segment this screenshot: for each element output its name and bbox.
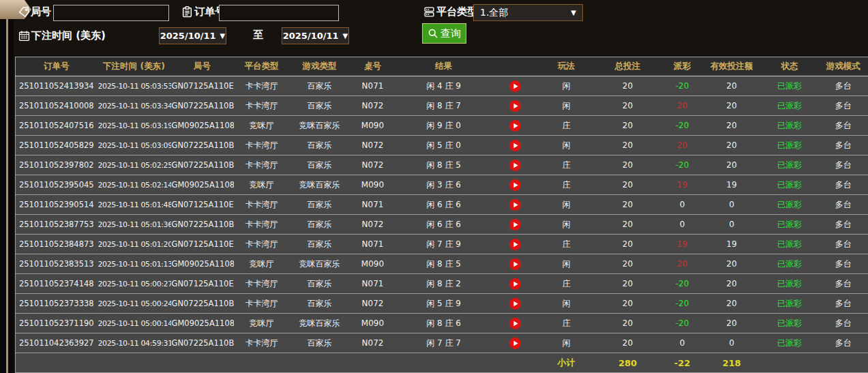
cell-round-no: GN07125A110EN — [171, 195, 234, 215]
cell-result: 闲 6 庄 6 — [396, 195, 492, 215]
replay-button[interactable] — [509, 120, 521, 132]
cell-table-no: N072 — [350, 294, 396, 314]
cell-payout: 0 — [662, 195, 703, 215]
cell-status: 已派彩 — [761, 215, 819, 235]
replay-button[interactable] — [509, 179, 521, 191]
cell-payout: 0 — [662, 333, 703, 353]
cell-order-no: 251011052410008 — [16, 96, 98, 116]
cell-game-mode: 多台 — [819, 76, 868, 96]
cell-game-type: 百家乐 — [290, 76, 350, 96]
cell-status: 已派彩 — [761, 155, 819, 175]
replay-icon — [509, 179, 521, 191]
column-header — [492, 57, 539, 76]
replay-button[interactable] — [509, 219, 521, 230]
replay-icon — [509, 140, 521, 151]
cell-order-no: 251011052373338 — [16, 294, 98, 314]
cell-bet-total: 20 — [594, 76, 662, 96]
search-button[interactable]: 查询 — [422, 23, 466, 44]
cell-bet-total: 20 — [594, 235, 662, 254]
cell-table-no: N071 — [350, 235, 396, 254]
column-header: 局号 — [171, 57, 234, 76]
platform-select[interactable]: 1.全部 ▼ — [473, 4, 583, 21]
cell-platform-type: 卡卡湾厅 — [234, 294, 290, 314]
cell-status: 已派彩 — [761, 76, 819, 96]
cell-table-no: M090 — [350, 175, 396, 195]
cell-valid-bet: 20 — [703, 136, 761, 155]
cell-result: 闲 5 庄 9 — [396, 294, 492, 314]
cell-result: 闲 6 庄 6 — [396, 215, 492, 235]
cell-valid-bet: 20 — [703, 294, 761, 314]
date-to-select[interactable]: 2025/10/11 ▼ — [282, 27, 349, 44]
replay-button[interactable] — [509, 199, 521, 211]
cell-bet-total: 20 — [594, 294, 662, 314]
date-from-value: 2025/10/11 — [160, 31, 216, 41]
round-input[interactable] — [53, 5, 169, 21]
cell-result: 闲 8 庄 6 — [396, 314, 492, 333]
cell-game-mode: 多台 — [819, 215, 868, 235]
cell-payout: 20 — [662, 136, 703, 155]
replay-button[interactable] — [509, 318, 521, 329]
cell-game-mode: 多台 — [819, 155, 868, 175]
cell-replay — [492, 175, 539, 195]
cell-table-no: N072 — [350, 333, 396, 353]
cell-game-type: 百家乐 — [290, 333, 350, 353]
cell-payout: -20 — [662, 116, 703, 136]
cell-round-no: GN07125A110EK — [171, 274, 234, 294]
replay-button[interactable] — [509, 278, 521, 290]
cell-status: 已派彩 — [761, 333, 819, 353]
chevron-down-icon: ▼ — [220, 32, 226, 40]
cell-payout: -20 — [662, 314, 703, 333]
column-header: 游戏类型 — [290, 57, 350, 76]
cell-result: 闲 4 庄 9 — [396, 76, 492, 96]
table-row: 2510110523835132025-10-11 05:01:13GM0902… — [16, 254, 868, 274]
replay-icon — [509, 199, 521, 211]
cell-game-mode: 多台 — [819, 274, 868, 294]
cell-platform-type: 卡卡湾厅 — [234, 155, 290, 175]
replay-button[interactable] — [509, 160, 521, 171]
order-input[interactable] — [219, 5, 339, 21]
cell-valid-bet: 19 — [703, 175, 761, 195]
chevron-down-icon: ▼ — [343, 32, 348, 40]
cell-platform-type: 卡卡湾厅 — [234, 274, 290, 294]
replay-button[interactable] — [509, 298, 521, 310]
cell-replay — [492, 96, 539, 116]
cell-game-type: 竞咪百家乐 — [290, 175, 350, 195]
replay-icon — [509, 120, 521, 132]
subtotal-row-bet-total: 280 — [594, 353, 662, 373]
table-row: 2510110524139342025-10-11 05:03:53GN0712… — [16, 76, 868, 96]
replay-button[interactable] — [509, 338, 521, 349]
replay-button[interactable] — [509, 258, 521, 270]
cell-round-no: GM09025A1108N — [171, 254, 234, 274]
cell-replay — [492, 136, 539, 155]
date-from-select[interactable]: 2025/10/11 ▼ — [159, 27, 226, 44]
replay-button[interactable] — [509, 100, 521, 112]
cell-table-no: N071 — [350, 76, 396, 96]
cell-play-type: 闲 — [539, 195, 594, 215]
cell-round-no: GN07225A110BK — [171, 96, 234, 116]
table-row: 2510110523848732025-10-11 05:01:20GN0712… — [16, 235, 868, 254]
cell-order-no: 251011052390514 — [16, 195, 98, 215]
cell-play-type: 闲 — [539, 215, 594, 235]
replay-button[interactable] — [509, 239, 521, 250]
table-row: 2510110524075162025-10-11 05:03:19GM0902… — [16, 116, 868, 136]
cell-status: 已派彩 — [761, 294, 819, 314]
cell-table-no: N071 — [350, 195, 396, 215]
cell-round-no: GN07225A110BH — [171, 215, 234, 235]
cell-table-no: M090 — [350, 254, 396, 274]
cell-bet-time: 2025-10-11 05:03:34 — [98, 96, 171, 116]
cell-platform-type: 卡卡湾厅 — [234, 96, 290, 116]
chevron-down-icon: ▼ — [571, 9, 576, 16]
cell-order-no: 251011052387753 — [16, 215, 98, 235]
cell-replay — [492, 314, 539, 333]
replay-button[interactable] — [509, 140, 521, 151]
cell-game-mode: 多台 — [819, 136, 868, 155]
subtotal-row-label: 小计 — [539, 353, 594, 373]
cell-replay — [492, 235, 539, 254]
replay-button[interactable] — [509, 80, 521, 92]
cell-game-mode: 多台 — [819, 314, 868, 333]
subtotal-row-valid-bet: 218 — [703, 353, 761, 373]
cell-round-no: GN07125A110EM — [171, 235, 234, 254]
table-row: 2510110523978022025-10-11 05:02:25GN0722… — [16, 155, 868, 175]
cell-replay — [492, 274, 539, 294]
column-header: 平台类型 — [234, 57, 290, 76]
